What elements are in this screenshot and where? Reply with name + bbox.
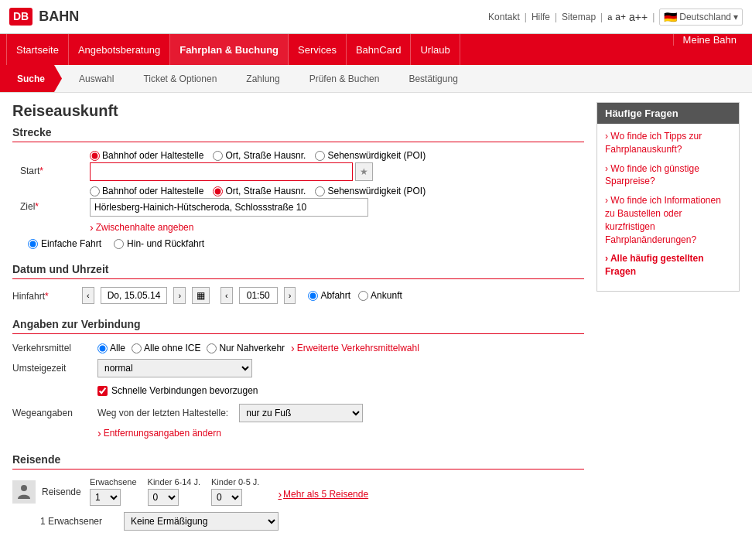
weg-von-select[interactable]: nur zu Fuß zu Fuß oder mit Bus alle Wege — [239, 404, 363, 422]
trip-hinrueck-label[interactable]: Hin- und Rückfahrt — [114, 238, 204, 249]
time-next-btn[interactable]: › — [284, 287, 296, 304]
step-auswahl[interactable]: Auswahl — [62, 65, 126, 92]
ziel-radio-ort-label[interactable]: Ort, Straße Hausnr. — [213, 186, 306, 196]
nur-nahverkehr-radio[interactable] — [207, 343, 217, 353]
erwachsene-select[interactable]: 12345 — [90, 489, 121, 506]
dep-arr-group: Abfahrt Ankunft — [308, 290, 402, 301]
step-zahlung[interactable]: Zahlung — [229, 65, 292, 92]
wegeangaben-label: Wegeangaben — [12, 408, 97, 418]
datetime-controls: ‹ Do, 15.05.14 › ▦ ‹ 01:50 › Abfahrt — [82, 287, 402, 304]
nav-services[interactable]: Services — [289, 34, 347, 65]
erweitert-link[interactable]: Erweiterte Verkehrsmittelwahl — [291, 342, 419, 354]
kinder05-col-label: Kinder 0-5 J. — [211, 477, 259, 487]
start-radio-bahnhof[interactable] — [90, 151, 100, 161]
start-radio-poi-label[interactable]: Sehenswürdigkeit (POI) — [315, 150, 426, 161]
font-small-btn[interactable]: a — [607, 12, 612, 22]
schnelle-verbindung-row: Schnelle Verbindungen bevorzugen — [12, 382, 584, 399]
umsteigezeit-select[interactable]: normal kurz lang — [97, 359, 252, 377]
page-content: Reiseauskunft Strecke Bahnhof oder Halte… — [0, 93, 752, 554]
abfahrt-label[interactable]: Abfahrt — [308, 290, 350, 301]
reisende-row: Reisende Erwachsene 12345 Kinder 6-14 J. — [12, 477, 584, 506]
schnelle-verbindung-checkbox-row: Schnelle Verbindungen bevorzugen — [97, 385, 258, 396]
faq-link-3[interactable]: Wo finde ich Informationen zu Baustellen… — [605, 194, 731, 246]
zwischenhalte-row: Zwischenhalte angeben — [90, 221, 584, 234]
start-star-button[interactable]: ★ — [355, 162, 373, 181]
ziel-radio-bahnhof[interactable] — [90, 186, 100, 196]
ziel-radio-bahnhof-label[interactable]: Bahnhof oder Haltestelle — [90, 186, 203, 196]
step-ticket-optionen[interactable]: Ticket & Optionen — [126, 65, 229, 92]
nav-startseite[interactable]: Startseite — [6, 34, 69, 65]
language-selector[interactable]: 🇩🇪 Deutschland ▾ — [659, 9, 743, 26]
start-radio-bahnhof-label[interactable]: Bahnhof oder Haltestelle — [90, 150, 203, 161]
logo-area: DB BAHN — [9, 8, 79, 26]
alle-radio-label[interactable]: Alle — [97, 343, 125, 353]
sidebar-box: Häufige Fragen Wo finde ich Tipps zur Fa… — [596, 102, 740, 292]
kontakt-link[interactable]: Kontakt — [488, 12, 520, 22]
ziel-radio-ort[interactable] — [213, 186, 223, 196]
umsteigezeit-label: Umsteigezeit — [12, 363, 97, 374]
step-pruefen-buchen[interactable]: Prüfen & Buchen — [292, 65, 392, 92]
trip-einfach-radio[interactable] — [28, 239, 38, 249]
nav-urlaub[interactable]: Urlaub — [411, 34, 460, 65]
nur-nahverkehr-label[interactable]: Nur Nahverkehr — [207, 343, 285, 353]
ziel-input[interactable] — [90, 198, 368, 217]
nav-right: Meine Bahn — [673, 34, 746, 65]
start-controls: ★ — [90, 162, 584, 181]
kinder614-select[interactable]: 012345 — [148, 489, 179, 506]
top-links: Kontakt | Hilfe | Sitemap | a a+ a++ | 🇩… — [488, 9, 743, 26]
reisende-title: Reisende — [12, 453, 584, 470]
date-prev-btn[interactable]: ‹ — [82, 287, 94, 304]
reisende-section: Reisende Reisende Erwachsene 12345 — [12, 453, 584, 531]
strecke-section: Strecke Bahnhof oder Haltestelle Ort, St… — [12, 126, 584, 249]
strecke-title: Strecke — [12, 126, 584, 142]
reisende-inner-label: Reisende — [36, 487, 90, 497]
hilfe-link[interactable]: Hilfe — [532, 12, 550, 22]
alle-ohne-ice-label[interactable]: Alle ohne ICE — [132, 343, 200, 353]
calendar-btn[interactable]: ▦ — [192, 287, 210, 304]
alle-ohne-ice-radio[interactable] — [132, 343, 142, 353]
font-large-btn[interactable]: a++ — [629, 11, 648, 23]
kinder05-select[interactable]: 012345 — [211, 489, 242, 506]
trip-hinrueck-radio[interactable] — [114, 239, 124, 249]
wegeangaben-row: Wegeangaben Weg von der letzten Halteste… — [12, 404, 584, 422]
ziel-radio-poi[interactable] — [315, 186, 325, 196]
mehr-reisende-link[interactable]: Mehr als 5 Reisende — [278, 488, 368, 500]
start-radio-ort[interactable] — [213, 151, 223, 161]
trip-einfach-label[interactable]: Einfache Fahrt — [28, 238, 101, 249]
ziel-row: Ziel* — [20, 198, 584, 217]
wegeangaben-controls: Weg von der letzten Haltestelle: nur zu … — [97, 404, 584, 422]
nav-angebotsberatung[interactable]: Angebotsberatung — [69, 34, 170, 65]
date-next-btn[interactable]: › — [173, 287, 186, 304]
schnelle-verbindung-checkbox[interactable] — [97, 386, 108, 396]
kinder05-col: Kinder 0-5 J. 012345 — [211, 477, 259, 506]
entfernung-link[interactable]: Entfernungsangaben ändern — [97, 427, 221, 439]
reisende-icon — [12, 480, 36, 504]
faq-link-1[interactable]: Wo finde ich Tipps zur Fahrplanauskunft? — [605, 130, 731, 156]
ankunft-radio[interactable] — [358, 291, 368, 301]
sitemap-link[interactable]: Sitemap — [562, 12, 596, 22]
faq-all-link[interactable]: Alle häufig gestellten Fragen — [605, 252, 731, 278]
zwischenhalte-link[interactable]: Zwischenhalte angeben — [90, 221, 193, 234]
abfahrt-radio[interactable] — [308, 291, 318, 301]
passengers-cols: Erwachsene 12345 Kinder 6-14 J. 012345 — [90, 477, 368, 506]
start-radio-poi[interactable] — [315, 151, 325, 161]
umsteigezeit-controls: normal kurz lang — [97, 359, 584, 377]
ermaessigung-select[interactable]: Keine Ermäßigung BahnCard 25 BahnCard 50… — [124, 512, 279, 531]
nav-bahncard[interactable]: BahnCard — [347, 34, 412, 65]
sidebar-content: Wo finde ich Tipps zur Fahrplanauskunft?… — [597, 124, 739, 291]
faq-link-2[interactable]: Wo finde ich günstige Sparpreise? — [605, 162, 731, 189]
step-suche[interactable]: Suche — [0, 65, 62, 92]
schnelle-verbindung-label: Schnelle Verbindungen bevorzugen — [111, 385, 258, 396]
nav-fahrplan-buchung[interactable]: Fahrplan & Buchung — [170, 34, 289, 65]
start-radio-ort-label[interactable]: Ort, Straße Hausnr. — [213, 150, 306, 161]
time-prev-btn[interactable]: ‹ — [220, 287, 233, 304]
step-bestaetigung[interactable]: Bestätigung — [391, 65, 470, 92]
start-input[interactable] — [90, 162, 353, 181]
alle-radio[interactable] — [97, 343, 108, 353]
font-medium-btn[interactable]: a+ — [615, 12, 626, 22]
ziel-radio-poi-label[interactable]: Sehenswürdigkeit (POI) — [315, 186, 426, 196]
ankunft-label[interactable]: Ankunft — [358, 290, 402, 301]
verkehrsmittel-controls: Alle Alle ohne ICE Nur Nahverkehr Erweit… — [97, 342, 584, 354]
datum-section: Datum und Uhrzeit Hinfahrt* ‹ Do, 15.05.… — [12, 263, 584, 304]
nav-meine-bahn[interactable]: Meine Bahn — [673, 34, 746, 46]
